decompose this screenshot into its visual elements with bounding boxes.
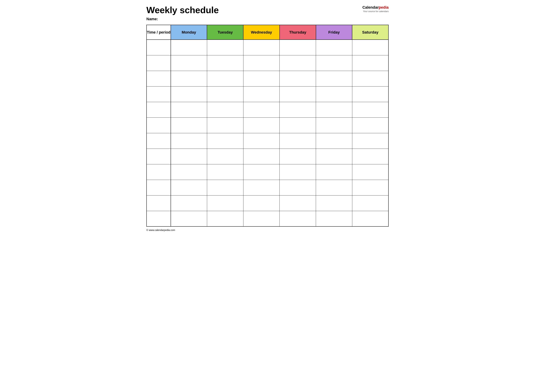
table-cell[interactable] [280,40,316,55]
table-cell[interactable] [316,149,352,164]
table-cell[interactable] [207,149,243,164]
table-cell[interactable] [316,55,352,71]
table-cell[interactable] [280,55,316,71]
table-cell[interactable] [352,71,389,86]
table-cell[interactable] [146,149,171,164]
table-cell[interactable] [352,195,389,211]
table-cell[interactable] [243,164,280,180]
table-cell[interactable] [146,195,171,211]
table-cell[interactable] [171,133,207,149]
table-cell[interactable] [207,195,243,211]
table-cell[interactable] [207,40,243,55]
table-cell[interactable] [171,117,207,133]
table-cell[interactable] [207,180,243,195]
table-cell[interactable] [207,71,243,86]
table-row [146,164,389,180]
table-cell[interactable] [352,133,389,149]
table-cell[interactable] [243,149,280,164]
table-cell[interactable] [146,117,171,133]
page-wrapper: Weekly schedule Name: Calendarpedia Your… [146,5,389,231]
table-cell[interactable] [280,86,316,102]
logo-calendar: Calendar [362,5,379,9]
table-cell[interactable] [146,133,171,149]
table-cell[interactable] [171,211,207,226]
table-cell[interactable] [243,71,280,86]
table-cell[interactable] [280,117,316,133]
table-cell[interactable] [171,180,207,195]
table-cell[interactable] [207,117,243,133]
table-cell[interactable] [352,149,389,164]
table-cell[interactable] [171,40,207,55]
table-row [146,86,389,102]
table-body [146,40,389,226]
col-header-time: Time / period [146,25,171,40]
table-cell[interactable] [243,117,280,133]
table-cell[interactable] [316,117,352,133]
table-cell[interactable] [243,180,280,195]
table-cell[interactable] [243,55,280,71]
table-cell[interactable] [280,149,316,164]
table-cell[interactable] [243,133,280,149]
table-cell[interactable] [280,133,316,149]
table-cell[interactable] [280,71,316,86]
table-cell[interactable] [316,71,352,86]
table-cell[interactable] [171,71,207,86]
table-row [146,102,389,117]
table-cell[interactable] [146,55,171,71]
table-cell[interactable] [243,195,280,211]
table-cell[interactable] [243,211,280,226]
table-row [146,211,389,226]
table-cell[interactable] [280,164,316,180]
table-cell[interactable] [146,211,171,226]
table-cell[interactable] [207,102,243,117]
table-cell[interactable] [243,86,280,102]
table-row [146,117,389,133]
table-cell[interactable] [243,102,280,117]
table-cell[interactable] [280,180,316,195]
table-cell[interactable] [207,133,243,149]
table-cell[interactable] [352,211,389,226]
table-cell[interactable] [316,195,352,211]
table-cell[interactable] [207,86,243,102]
table-cell[interactable] [146,164,171,180]
table-cell[interactable] [171,102,207,117]
table-cell[interactable] [316,102,352,117]
table-cell[interactable] [171,195,207,211]
table-cell[interactable] [316,40,352,55]
table-cell[interactable] [280,195,316,211]
table-cell[interactable] [352,40,389,55]
table-cell[interactable] [280,211,316,226]
col-header-monday: Monday [171,25,207,40]
table-cell[interactable] [352,117,389,133]
table-cell[interactable] [280,102,316,117]
table-cell[interactable] [171,149,207,164]
title-section: Weekly schedule Name: [146,5,362,21]
table-cell[interactable] [352,55,389,71]
table-row [146,180,389,195]
table-cell[interactable] [352,86,389,102]
table-cell[interactable] [146,102,171,117]
table-cell[interactable] [171,164,207,180]
table-cell[interactable] [171,55,207,71]
table-cell[interactable] [207,164,243,180]
table-cell[interactable] [243,40,280,55]
table-cell[interactable] [207,211,243,226]
table-row [146,55,389,71]
table-cell[interactable] [316,211,352,226]
table-cell[interactable] [146,40,171,55]
table-cell[interactable] [146,180,171,195]
table-cell[interactable] [352,164,389,180]
table-cell[interactable] [316,133,352,149]
table-cell[interactable] [316,86,352,102]
table-cell[interactable] [207,55,243,71]
table-cell[interactable] [146,71,171,86]
table-cell[interactable] [171,86,207,102]
table-cell[interactable] [316,180,352,195]
table-cell[interactable] [146,86,171,102]
table-cell[interactable] [352,180,389,195]
table-row [146,71,389,86]
table-cell[interactable] [352,102,389,117]
table-cell[interactable] [316,164,352,180]
header-row: Time / period Monday Tuesday Wednesday T… [146,25,389,40]
logo-text: Calendarpedia [362,5,389,10]
